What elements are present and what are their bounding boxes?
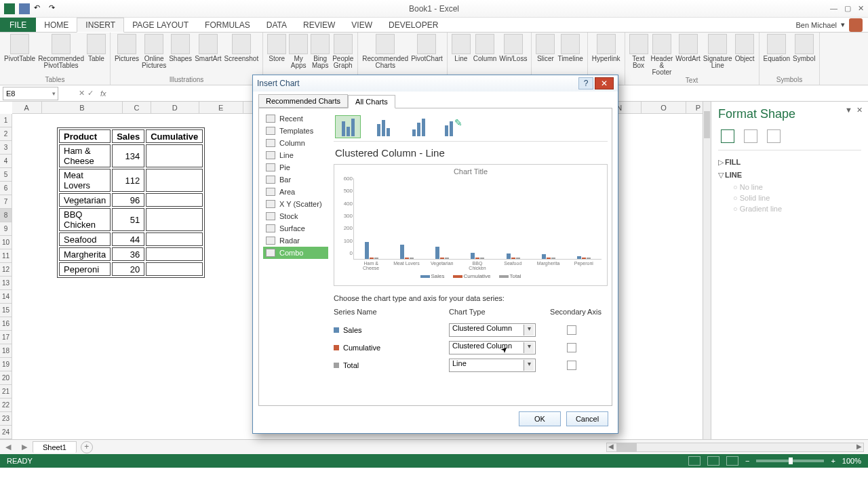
pane-dropdown-icon[interactable]: ▼ xyxy=(845,106,852,115)
ribbon-cmd-pictures[interactable]: Pictures xyxy=(115,34,139,62)
vertical-scrollbar[interactable] xyxy=(703,102,711,439)
cell[interactable]: 112 xyxy=(112,169,144,192)
cell[interactable]: Peperoni xyxy=(59,262,111,276)
ribbon-cmd-pivottable[interactable]: PivotTable xyxy=(4,34,35,62)
ribbon-cmd-hyperlink[interactable]: Hyperlink xyxy=(592,34,620,62)
row-header[interactable]: 24 xyxy=(0,426,12,439)
row-header[interactable]: 13 xyxy=(0,277,12,290)
row-header[interactable]: 18 xyxy=(0,344,12,358)
cell[interactable] xyxy=(146,208,203,231)
category-combo[interactable]: Combo xyxy=(263,247,328,259)
undo-icon[interactable]: ↶ xyxy=(34,3,45,14)
enter-formula-icon[interactable]: ✓ xyxy=(87,89,94,98)
series-type-select[interactable]: Clustered Column xyxy=(449,341,536,354)
ribbon-cmd-recommended-charts[interactable]: RecommendedCharts xyxy=(362,34,408,69)
zoom-in-icon[interactable]: + xyxy=(831,457,835,465)
row-header[interactable]: 4 xyxy=(0,155,12,168)
category-pie[interactable]: Pie xyxy=(263,161,328,174)
close-icon[interactable]: ✕ xyxy=(858,4,864,13)
subtype-clustered-column-line[interactable] xyxy=(335,115,361,138)
ribbon-tab-view[interactable]: VIEW xyxy=(343,18,380,32)
line-option-gradient[interactable]: Gradient line xyxy=(718,203,861,214)
cell[interactable] xyxy=(146,247,203,261)
ribbon-cmd-bing-maps[interactable]: BingMaps xyxy=(311,34,330,69)
category-bar[interactable]: Bar xyxy=(263,174,328,186)
user-dropdown-icon[interactable]: ▾ xyxy=(841,20,845,29)
row-header[interactable]: 16 xyxy=(0,317,12,331)
cell[interactable]: Ham & Cheese xyxy=(59,144,111,167)
secondary-axis-checkbox[interactable] xyxy=(567,325,576,335)
size-tab-icon[interactable] xyxy=(767,129,781,143)
row-header[interactable]: 22 xyxy=(0,399,12,412)
ribbon-cmd-recommended-pivottables[interactable]: RecommendedPivotTables xyxy=(38,34,84,69)
cell[interactable]: 134 xyxy=(112,144,144,167)
cell[interactable]: Margherita xyxy=(59,247,111,261)
category-area[interactable]: Area xyxy=(263,186,328,198)
cell[interactable]: 51 xyxy=(112,208,144,231)
dialog-help-button[interactable]: ? xyxy=(578,77,593,89)
row-header[interactable]: 2 xyxy=(0,127,12,141)
sheet-tab-active[interactable]: Sheet1 xyxy=(33,441,77,453)
row-header[interactable]: 10 xyxy=(0,236,12,249)
ribbon-cmd-online-pictures[interactable]: OnlinePictures xyxy=(142,34,166,69)
maximize-icon[interactable]: ▢ xyxy=(844,4,851,13)
tab-all-charts[interactable]: All Charts xyxy=(348,95,395,108)
col-header[interactable]: B xyxy=(42,102,123,113)
ribbon-cmd-smartart[interactable]: SmartArt xyxy=(195,34,221,62)
col-header[interactable]: C xyxy=(123,102,151,113)
cell[interactable] xyxy=(146,144,203,167)
dialog-titlebar[interactable]: Insert Chart ? ✕ xyxy=(253,75,618,92)
ribbon-cmd-slicer[interactable]: Slicer xyxy=(536,34,555,62)
tab-recommended[interactable]: Recommended Charts xyxy=(258,94,348,108)
row-header[interactable]: 3 xyxy=(0,141,12,155)
line-section[interactable]: ▽LINE xyxy=(718,169,861,182)
ribbon-tab-review[interactable]: REVIEW xyxy=(295,18,343,32)
name-box[interactable]: E8 xyxy=(3,87,58,100)
subtype-custom[interactable]: ✎ xyxy=(441,115,467,138)
category-x-y-scatter-[interactable]: X Y (Scatter) xyxy=(263,198,328,210)
category-stock[interactable]: Stock xyxy=(263,210,328,222)
ribbon-cmd-people-graph[interactable]: PeopleGraph xyxy=(332,34,353,69)
row-header[interactable]: 5 xyxy=(0,168,12,182)
series-type-select[interactable]: Clustered Column xyxy=(449,323,536,337)
cell[interactable]: Meat Lovers xyxy=(59,169,111,192)
row-header[interactable]: 9 xyxy=(0,222,12,236)
cell[interactable] xyxy=(146,193,203,207)
ribbon-cmd-text-box[interactable]: TextBox xyxy=(629,34,648,69)
ribbon-tab-home[interactable]: HOME xyxy=(36,18,77,32)
cell[interactable]: Vegetarian xyxy=(59,193,111,207)
ribbon-cmd-header-footer[interactable]: Header&Footer xyxy=(651,34,673,76)
ribbon-tab-formulas[interactable]: FORMULAS xyxy=(197,18,258,32)
row-header[interactable]: 21 xyxy=(0,385,12,399)
category-recent[interactable]: Recent xyxy=(263,113,328,125)
sheet-nav-prev-icon[interactable]: ◀ xyxy=(0,443,16,451)
fill-section[interactable]: ▷FILL xyxy=(718,156,861,169)
col-header[interactable]: D xyxy=(151,102,199,113)
ribbon-tab-insert[interactable]: INSERT xyxy=(77,18,124,33)
view-pagebreak-icon[interactable] xyxy=(726,456,738,466)
cell[interactable]: 36 xyxy=(112,247,144,261)
cell[interactable]: Seafood xyxy=(59,232,111,246)
col-header[interactable]: E xyxy=(199,102,243,113)
cell[interactable] xyxy=(146,262,203,276)
user-avatar-icon[interactable] xyxy=(849,18,863,32)
dialog-close-button[interactable]: ✕ xyxy=(595,77,614,89)
file-tab[interactable]: FILE xyxy=(0,18,36,32)
row-header[interactable]: 23 xyxy=(0,412,12,426)
horizontal-scrollbar[interactable]: ◀ ▶ xyxy=(606,443,864,452)
category-line[interactable]: Line xyxy=(263,149,328,161)
row-header[interactable]: 8 xyxy=(0,209,12,222)
row-header[interactable]: 19 xyxy=(0,358,12,371)
subtype-3[interactable] xyxy=(406,115,431,138)
cell[interactable] xyxy=(146,232,203,246)
ribbon-tab-developer[interactable]: DEVELOPER xyxy=(380,18,446,32)
row-header[interactable]: 20 xyxy=(0,371,12,385)
category-column[interactable]: Column xyxy=(263,137,328,149)
ribbon-tab-page-layout[interactable]: PAGE LAYOUT xyxy=(124,18,197,32)
ribbon-cmd-win-loss[interactable]: Win/Loss xyxy=(499,34,527,62)
ribbon-cmd-my-apps[interactable]: MyApps xyxy=(289,34,308,69)
cell[interactable]: 20 xyxy=(112,262,144,276)
ribbon-cmd-object[interactable]: Object xyxy=(735,34,755,62)
col-header[interactable]: O xyxy=(642,102,686,113)
row-header[interactable]: 1 xyxy=(0,114,12,127)
